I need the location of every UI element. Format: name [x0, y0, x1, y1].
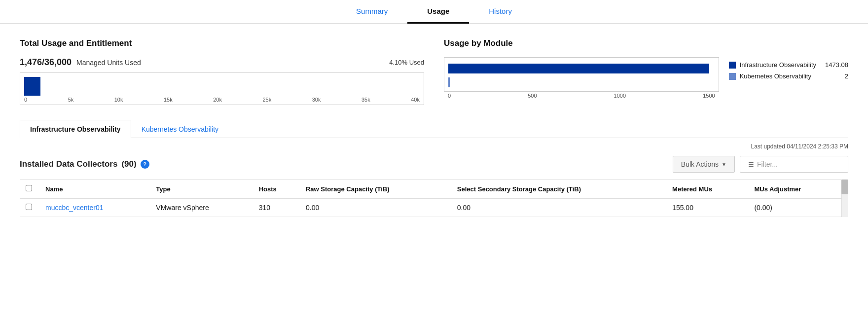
table-header-row: Name Type Hosts Raw Storage Capacity (Ti… [20, 180, 841, 199]
row-checkbox-cell [20, 198, 39, 217]
row-name-cell: muccbc_vcenter01 [39, 198, 150, 217]
total-usage-section: Total Usage and Entitlement 1,476/36,000… [20, 38, 424, 105]
usage-by-module-section: Usage by Module 0 500 1000 [444, 38, 848, 105]
main-content: Total Usage and Entitlement 1,476/36,000… [0, 24, 868, 227]
legend-value-k8s: 2 [845, 72, 848, 80]
usage-percent: 4.10% Used [389, 59, 424, 66]
data-table: Name Type Hosts Raw Storage Capacity (Ti… [20, 179, 841, 217]
installed-count: (90) [121, 159, 136, 169]
module-chart-area: 0 500 1000 1500 [444, 57, 719, 99]
legend-label-infra: Infrastructure Observability [740, 61, 816, 69]
top-nav: Summary Usage History [0, 0, 868, 24]
table-scroll-area: Name Type Hosts Raw Storage Capacity (Ti… [20, 179, 848, 217]
usage-label: Managed Units Used [76, 59, 141, 67]
sub-tab-infra[interactable]: Infrastructure Observability [20, 120, 131, 138]
usage-fraction: 1,476/36,000 Managed Units Used [20, 57, 141, 68]
row-name-link[interactable]: muccbc_vcenter01 [45, 204, 104, 212]
col-name: Name [39, 180, 150, 199]
module-title: Usage by Module [444, 38, 848, 48]
filter-box[interactable]: ☰ Filter... [740, 156, 848, 173]
col-type: Type [150, 180, 253, 199]
bulk-actions-label: Bulk Actions [681, 160, 719, 168]
table-body: muccbc_vcenter01 VMware vSphere 310 0.00… [20, 198, 841, 217]
table-head: Name Type Hosts Raw Storage Capacity (Ti… [20, 180, 841, 199]
row-type-cell: VMware vSphere [150, 198, 253, 217]
tab-usage[interactable]: Usage [407, 0, 469, 24]
col-raw-storage: Raw Storage Capacity (TiB) [300, 180, 451, 199]
module-bars [444, 57, 719, 92]
bulk-actions-button[interactable]: Bulk Actions ▼ [673, 156, 735, 173]
installed-title-text: Installed Data Collectors [20, 159, 117, 169]
legend-item-k8s: Kubernetes Observability 2 [729, 72, 848, 80]
module-bar-fill-infra [448, 64, 709, 73]
installed-header: Installed Data Collectors (90) ? Bulk Ac… [20, 156, 848, 173]
row-mus-adjustment-cell: (0.00) [748, 198, 841, 217]
legend-label-k8s: Kubernetes Observability [740, 72, 836, 80]
scroll-thumb[interactable] [841, 179, 848, 194]
filter-icon: ☰ [748, 161, 754, 168]
legend-box-k8s [729, 73, 736, 80]
module-axis: 0 500 1000 1500 [444, 92, 719, 99]
bulk-actions-chevron-icon: ▼ [722, 162, 726, 167]
header-actions: Bulk Actions ▼ ☰ Filter... [673, 156, 848, 173]
tab-history[interactable]: History [469, 0, 532, 24]
help-icon[interactable]: ? [141, 160, 149, 169]
usage-numbers: 1,476/36,000 Managed Units Used 4.10% Us… [20, 57, 424, 68]
charts-row: Total Usage and Entitlement 1,476/36,000… [20, 38, 848, 105]
last-updated: Last updated 04/11/2024 2:25:33 PM [20, 143, 848, 150]
sub-tabs: Infrastructure Observability Kubernetes … [20, 120, 848, 138]
sub-tab-k8s[interactable]: Kubernetes Observability [131, 120, 229, 138]
usage-current: 1,476 [20, 57, 42, 67]
module-bar-infra [444, 62, 719, 75]
legend-box-infra [729, 62, 736, 69]
row-raw-storage-cell: 0.00 [300, 198, 451, 217]
usage-bar-chart: 0 5k 10k 15k 20k 25k 30k 35k 40k [20, 72, 424, 105]
row-hosts-cell: 310 [253, 198, 300, 217]
col-secondary-storage: Select Secondary Storage Capacity (TiB) [451, 180, 666, 199]
installed-title: Installed Data Collectors (90) ? [20, 159, 149, 169]
module-bar-k8s [444, 75, 719, 89]
legend-item-infra: Infrastructure Observability 1473.08 [729, 61, 848, 69]
col-hosts: Hosts [253, 180, 300, 199]
select-all-checkbox[interactable] [26, 185, 32, 191]
module-chart-wrapper: 0 500 1000 1500 Infrastructure Observabi… [444, 57, 848, 99]
scrollbar[interactable] [841, 179, 848, 217]
col-metered-mus: Metered MUs [666, 180, 748, 199]
row-metered-mus-cell: 155.00 [666, 198, 748, 217]
legend-value-infra: 1473.08 [825, 61, 848, 69]
usage-total: 36,000 [44, 57, 72, 67]
tab-summary[interactable]: Summary [336, 0, 407, 24]
usage-bar-inner [20, 77, 424, 96]
col-checkbox [20, 180, 39, 199]
filter-placeholder: Filter... [757, 160, 778, 168]
module-bar-fill-k8s [448, 77, 450, 87]
row-secondary-storage-cell: 0.00 [451, 198, 666, 217]
row-checkbox[interactable] [26, 204, 32, 210]
total-usage-title: Total Usage and Entitlement [20, 38, 424, 48]
table-row: muccbc_vcenter01 VMware vSphere 310 0.00… [20, 198, 841, 217]
usage-bar-axis: 0 5k 10k 15k 20k 25k 30k 35k 40k [20, 96, 424, 103]
usage-bar-fill [24, 77, 40, 96]
col-mus-adjustment: MUs Adjustmer [748, 180, 841, 199]
module-legend: Infrastructure Observability 1473.08 Kub… [729, 57, 848, 80]
